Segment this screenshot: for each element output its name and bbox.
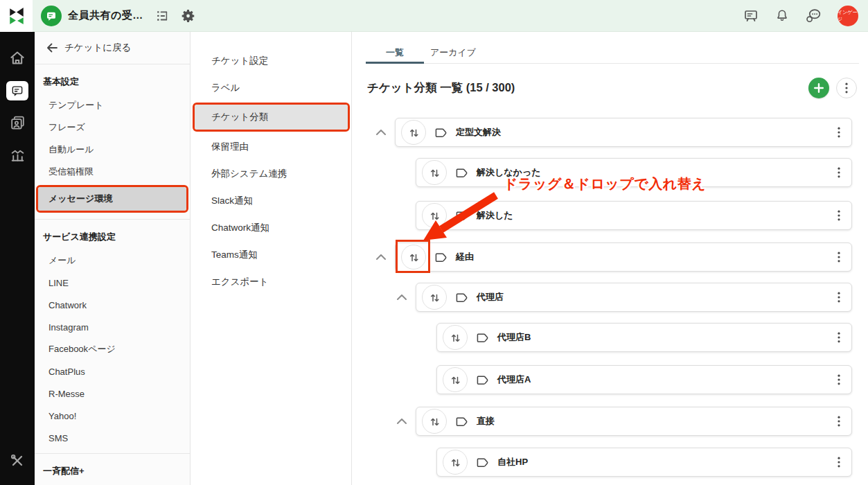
category-row: 代理店	[392, 283, 852, 312]
category-tag-icon	[455, 167, 468, 179]
menu-item-chatwork-notify[interactable]: Chatwork通知	[191, 214, 351, 241]
row-menu-button[interactable]	[838, 167, 851, 178]
relation-logo[interactable]	[0, 0, 33, 32]
category-tag-icon	[455, 416, 468, 427]
board-icon[interactable]	[743, 8, 759, 24]
category-label: 自社HP	[497, 456, 528, 468]
menu-item-teams-notify[interactable]: Teams通知	[191, 241, 351, 268]
category-label: 代理店B	[497, 331, 531, 344]
category-row: 解決した	[392, 201, 852, 230]
collapse-chevron-icon[interactable]	[371, 254, 395, 260]
list-settings-icon[interactable]	[154, 8, 170, 24]
category-label: 代理店A	[497, 373, 531, 386]
category-card[interactable]: 代理店A	[436, 365, 852, 394]
row-menu-button[interactable]	[838, 252, 851, 263]
row-menu-button[interactable]	[838, 457, 851, 468]
category-row: 直接	[392, 407, 852, 436]
user-avatar[interactable]: インゲージ	[838, 6, 858, 26]
nav-rail	[0, 32, 35, 485]
category-label: 定型文解決	[456, 126, 501, 139]
drag-handle[interactable]	[422, 285, 447, 310]
collapse-chevron-icon[interactable]	[392, 418, 416, 424]
row-menu-button[interactable]	[838, 416, 851, 427]
plus-icon	[813, 82, 824, 94]
sidebar-item-line[interactable]: LINE	[35, 272, 190, 294]
menu-item-hold-reason[interactable]: 保留理由	[191, 133, 351, 160]
sidebar-item-sms[interactable]: SMS	[35, 427, 190, 449]
list-menu-button[interactable]	[836, 78, 857, 98]
sidebar-item-message-env-selected[interactable]: メッセージ環境	[38, 187, 186, 211]
back-label: チケットに戻る	[64, 42, 131, 54]
sidebar-item-chatwork[interactable]: Chatwork	[35, 294, 190, 316]
gear-icon[interactable]	[181, 8, 196, 24]
category-label: 経由	[456, 251, 474, 263]
menu-item-external-system[interactable]: 外部システム連携	[191, 160, 351, 187]
bell-icon[interactable]	[774, 8, 790, 24]
app-window: 全員共有の受…	[0, 0, 868, 485]
menu-item-label[interactable]: ラベル	[191, 74, 351, 101]
drag-handle[interactable]	[422, 160, 447, 185]
category-row: 自社HP	[413, 448, 852, 477]
sidebar-item-instagram[interactable]: Instagram	[35, 316, 190, 338]
row-menu-button[interactable]	[838, 210, 851, 221]
category-card[interactable]: 自社HP	[436, 448, 852, 477]
sidebar-item-auto-rule[interactable]: 自動ルール	[35, 139, 190, 161]
tab-archive[interactable]: アーカイブ	[424, 42, 482, 63]
row-menu-button[interactable]	[838, 292, 851, 303]
analytics-icon[interactable]	[0, 139, 35, 172]
row-menu-button[interactable]	[838, 332, 851, 343]
category-row: 代理店A	[413, 365, 852, 394]
category-tag-icon	[476, 374, 489, 386]
sidebar-item-rmesse[interactable]: R-Messe	[35, 382, 190, 405]
section-title-broadcast: 一斉配信+	[35, 454, 190, 484]
home-icon[interactable]	[0, 42, 35, 74]
menu-item-slack-notify[interactable]: Slack通知	[191, 187, 351, 214]
tab-bar: 一覧 アーカイブ	[366, 42, 859, 64]
category-card[interactable]: 代理店B	[436, 323, 852, 352]
category-card[interactable]: 解決した	[416, 201, 852, 230]
topbar: 全員共有の受…	[0, 0, 868, 32]
menu-item-ticket-settings[interactable]: チケット設定	[191, 47, 351, 74]
category-card[interactable]: 経由	[395, 242, 852, 272]
category-card[interactable]: 定型文解決	[395, 118, 852, 147]
sidebar-item-chatplus[interactable]: ChatPlus	[35, 360, 190, 382]
inbox-title: 全員共有の受…	[68, 9, 143, 22]
annotation-box-ticket-category: チケット分類	[193, 103, 350, 132]
add-category-button[interactable]	[808, 78, 829, 98]
category-card[interactable]: 代理店	[416, 283, 852, 312]
sidebar-item-phrase[interactable]: フレーズ	[35, 116, 190, 139]
back-to-tickets-link[interactable]: チケットに戻る	[35, 32, 190, 64]
category-card[interactable]: 直接	[416, 407, 852, 436]
sidebar-item-template[interactable]: テンプレート	[35, 94, 190, 116]
sidebar-item-mail[interactable]: メール	[35, 249, 190, 272]
sidebar-item-facebook[interactable]: Facebookページ	[35, 338, 190, 360]
row-menu-button[interactable]	[838, 374, 851, 385]
category-tag-icon	[434, 127, 448, 139]
heading-row: チケット分類 一覧 (15 / 300)	[367, 76, 857, 100]
tools-icon[interactable]	[0, 444, 35, 477]
collapse-chevron-icon[interactable]	[392, 294, 416, 300]
row-menu-button[interactable]	[838, 127, 851, 138]
tickets-icon[interactable]	[0, 74, 35, 107]
drag-handle[interactable]	[443, 367, 468, 392]
drag-handle-highlighted[interactable]	[401, 245, 426, 270]
menu-item-ticket-category-selected[interactable]: チケット分類	[195, 105, 348, 130]
collapse-chevron-icon[interactable]	[371, 130, 395, 135]
main-content: 一覧 アーカイブ チケット分類 一覧 (15 / 300)	[352, 32, 868, 485]
inbox-selector[interactable]: 全員共有の受…	[41, 6, 143, 26]
menu-item-export[interactable]: エクスポート	[191, 268, 351, 295]
settings-sidebar: チケットに戻る 基本設定 テンプレート フレーズ 自動ルール 受信箱権限 メッセ…	[35, 32, 191, 485]
chat-bubbles-icon[interactable]	[805, 7, 822, 24]
relation-logo-icon	[8, 7, 26, 25]
sidebar-item-inbox-permission[interactable]: 受信箱権限	[35, 161, 190, 183]
category-tag-icon	[476, 457, 489, 468]
tab-list[interactable]: 一覧	[366, 42, 424, 63]
category-label: 代理店	[477, 291, 504, 303]
drag-handle[interactable]	[443, 450, 468, 475]
contacts-icon[interactable]	[0, 107, 35, 139]
drag-handle[interactable]	[443, 325, 468, 350]
sidebar-item-yahoo[interactable]: Yahoo!	[35, 405, 190, 427]
drag-handle[interactable]	[401, 120, 426, 145]
drag-handle[interactable]	[422, 409, 447, 434]
drag-handle[interactable]	[422, 203, 447, 228]
